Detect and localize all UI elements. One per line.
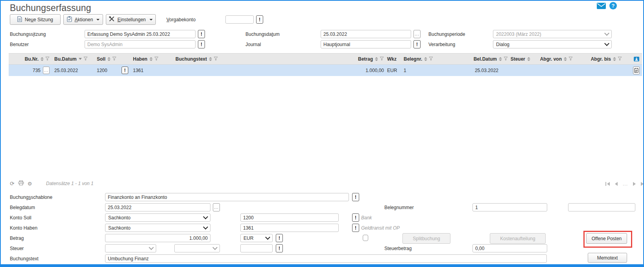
settings-label: Einstellungen [117, 17, 146, 22]
filter-icon[interactable] [618, 56, 622, 62]
filter-icon[interactable] [429, 56, 433, 62]
belegdatum-input[interactable] [105, 203, 210, 211]
sort-icon[interactable] [149, 57, 153, 61]
prev-page-button[interactable] [615, 182, 618, 186]
column-header-bu-datum[interactable]: Bu.Datum [52, 56, 94, 62]
sort-desc-icon[interactable] [79, 58, 82, 60]
buchungsdatum-picker-button[interactable]: ... [413, 30, 421, 38]
row-memo-icon[interactable] [633, 67, 640, 74]
column-header-soll[interactable]: Soll [94, 56, 131, 62]
select-chevron-icon [212, 245, 218, 250]
currency-select[interactable]: EUR [240, 234, 273, 242]
sort-icon[interactable] [107, 57, 111, 61]
sort-icon[interactable] [41, 57, 44, 61]
sort-icon[interactable] [613, 57, 616, 61]
belegnummer-extra-input[interactable] [568, 203, 635, 211]
konto-soll-input[interactable] [240, 213, 339, 222]
konto-haben-input[interactable] [240, 224, 339, 232]
konto-haben-type-select[interactable]: Sachkonto [105, 224, 210, 232]
vorgabekonto-label: Vorgabekonto [166, 17, 196, 22]
cell-bel-datum: 25.03.2022 [475, 68, 498, 73]
select-chevron-icon [604, 31, 609, 36]
filter-icon[interactable] [154, 56, 159, 62]
export-settings-icon[interactable]: ⚙ [28, 181, 32, 187]
settings-menu-button[interactable]: Einstellungen [106, 14, 156, 25]
belegnummer-input[interactable] [472, 203, 547, 211]
steuer-assist-button[interactable]: ! [276, 244, 283, 252]
refresh-icon[interactable]: ⟳ [10, 180, 15, 187]
sort-icon[interactable] [209, 57, 212, 61]
steuer-input [240, 244, 273, 252]
konto-soll-type-select[interactable]: Sachkonto [105, 213, 210, 222]
vorgabekonto-input[interactable] [225, 15, 254, 24]
print-icon[interactable] [18, 180, 24, 187]
buchungstext-input[interactable] [105, 254, 547, 263]
records-status: Datensätze 1 - 1 von 1 [46, 181, 94, 186]
row-assist-button[interactable]: ! [122, 67, 128, 74]
verarbeitung-label: Verarbeitung [428, 42, 455, 47]
op-checkbox[interactable] [363, 235, 368, 241]
offene-posten-button[interactable]: Offene Posten [586, 233, 627, 244]
grid-row-selected[interactable]: 735 ... 25.03.2022 1200 ! 1361 1.000,00 … [9, 65, 642, 76]
sort-icon[interactable] [499, 57, 502, 61]
buchungsschablone-input[interactable] [105, 193, 349, 201]
filter-icon[interactable] [214, 56, 218, 62]
help-icon[interactable]: ? [609, 2, 617, 9]
buchungsdatum-input[interactable] [321, 30, 411, 38]
first-page-button[interactable] [605, 182, 610, 186]
sort-icon[interactable] [527, 57, 530, 61]
next-page-button[interactable] [633, 182, 636, 186]
sort-icon[interactable] [424, 57, 427, 61]
buchungssitzung-label: Buchungssitzung [10, 32, 46, 37]
journal-input[interactable] [321, 40, 411, 48]
konto-soll-assist-button[interactable]: ! [352, 213, 359, 222]
betrag-assist-button[interactable]: ! [276, 234, 283, 242]
belegdatum-picker-button[interactable]: ... [213, 203, 220, 211]
column-header-belegnr[interactable]: Belegnr. [401, 56, 455, 62]
actions-menu-button[interactable]: Aktionen [63, 14, 103, 25]
column-header-abgr-bis[interactable]: Abgr. bis [575, 56, 624, 62]
memotext-button[interactable]: Memotext [588, 253, 627, 263]
cell-belegnr: 1 [404, 68, 406, 73]
betrag-input[interactable] [105, 234, 210, 242]
column-header-buchungstext[interactable]: Buchungstext [173, 56, 349, 62]
buchungssitzung-assist-button[interactable]: ! [198, 30, 205, 38]
column-header-wkz[interactable]: Wkz [386, 56, 401, 62]
last-page-button[interactable] [641, 182, 644, 186]
verarbeitung-select[interactable]: Dialog [493, 40, 612, 48]
buchungsperiode-select[interactable]: 2022003 (März 2022) [493, 30, 612, 38]
mail-icon[interactable] [597, 3, 606, 10]
vorgabekonto-assist-button[interactable]: ! [256, 15, 263, 24]
sort-icon[interactable] [375, 57, 378, 61]
filter-icon[interactable] [83, 56, 88, 62]
buchungserfassung-window: Buchungserfassung ? Neue Sitzung Aktione… [0, 0, 644, 267]
betrag-label: Betrag [10, 235, 24, 241]
row-expand-button[interactable]: ... [43, 67, 50, 74]
buchungsschablone-assist-button[interactable]: ! [352, 193, 359, 201]
column-header-abgr-von[interactable]: Abgr. von [533, 56, 575, 62]
journal-assist-button[interactable]: ! [413, 40, 421, 48]
page-ellipsis[interactable]: ... [623, 181, 628, 187]
filter-icon[interactable] [568, 56, 573, 62]
column-header-steuer[interactable]: Steuer [510, 56, 533, 62]
buchungssitzung-input[interactable] [85, 30, 196, 38]
column-header-bel-datum[interactable]: Bel.Datum [455, 56, 510, 62]
new-session-button[interactable]: Neue Sitzung [10, 14, 61, 25]
cell-betrag: 1.000,00 [365, 68, 384, 73]
steuerbetrag-input[interactable] [472, 244, 547, 252]
document-icon [17, 16, 22, 23]
record-pager: ... [605, 181, 644, 187]
steuer-label: Steuer [10, 246, 24, 251]
benutzer-assist-button[interactable]: ! [198, 40, 205, 48]
filter-icon[interactable] [45, 56, 50, 62]
column-header-haben[interactable]: Haben [131, 56, 173, 62]
column-settings-icon[interactable] [624, 56, 642, 62]
column-header-bu-nr[interactable]: Bu.Nr. [9, 56, 52, 62]
cell-bu-datum: 25.03.2022 [54, 68, 78, 73]
konto-haben-assist-button[interactable]: ! [352, 224, 359, 232]
filter-icon[interactable] [504, 56, 508, 62]
filter-icon[interactable] [380, 56, 384, 62]
filter-icon[interactable] [112, 56, 116, 62]
column-header-betrag[interactable]: Betrag [349, 56, 386, 62]
sort-icon[interactable] [564, 57, 567, 61]
